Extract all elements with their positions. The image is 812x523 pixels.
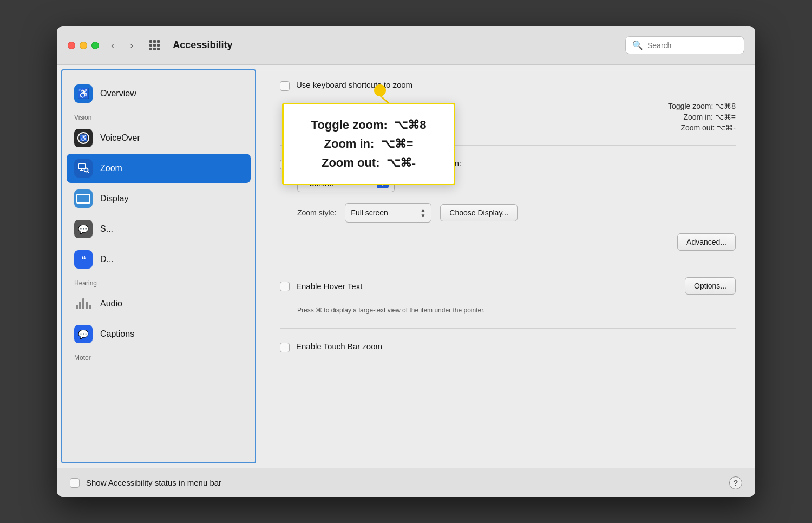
sidebar-item-label: VoiceOver	[100, 133, 140, 143]
speech-icon: 💬	[74, 220, 93, 238]
touch-bar-zoom-checkbox[interactable]	[280, 343, 290, 352]
minimize-button[interactable]	[80, 42, 87, 49]
tooltip-zoom-out: Zoom out: ⌥⌘-	[299, 153, 438, 172]
vision-section-label: Vision	[67, 109, 251, 122]
hover-text-row: Enable Hover Text Options...	[280, 277, 736, 295]
show-accessibility-checkbox[interactable]	[70, 478, 80, 488]
zoom-style-label: Zoom style:	[297, 208, 336, 217]
sidebar: ♿ Overview Vision ♿ VoiceOver	[61, 69, 256, 463]
choose-display-button[interactable]: Choose Display...	[440, 204, 518, 221]
right-panel: Use keyboard shortcuts to zoom Toggle zo…	[260, 65, 755, 468]
touch-bar-zoom-label: Enable Touch Bar zoom	[296, 342, 382, 351]
hearing-section-label: Hearing	[67, 275, 251, 288]
sidebar-item-audio[interactable]: Audio	[67, 289, 251, 318]
hover-text-checkbox[interactable]	[280, 282, 290, 291]
svg-line-4	[88, 172, 89, 173]
grid-menu-button[interactable]	[145, 38, 164, 53]
tooltip-zoom-in: Zoom in: ⌥⌘=	[299, 134, 438, 153]
search-box[interactable]: 🔍	[625, 36, 744, 54]
motor-section-label: Motor	[67, 350, 251, 363]
close-button[interactable]	[68, 42, 75, 49]
overview-icon: ♿	[74, 84, 93, 103]
zoom-tooltip: Toggle zoom: ⌥⌘8 Zoom in: ⌥⌘= Zoom out: …	[282, 103, 455, 185]
options-button[interactable]: Options...	[685, 277, 736, 295]
hover-text-left: Enable Hover Text	[280, 280, 685, 291]
sidebar-item-descriptions[interactable]: ❝ D...	[67, 245, 251, 274]
divider-2	[280, 264, 736, 264]
titlebar: ‹ › Accessibility 🔍	[57, 26, 755, 65]
grid-icon	[149, 40, 160, 50]
help-button[interactable]: ?	[729, 476, 742, 489]
up-down-arrows-icon: ▲ ▼	[420, 207, 425, 219]
voiceover-icon: ♿	[74, 129, 93, 147]
svg-rect-0	[78, 164, 86, 169]
sidebar-item-overview[interactable]: ♿ Overview	[67, 79, 251, 108]
sidebar-item-speech[interactable]: 💬 S...	[67, 214, 251, 244]
hover-text-label: Enable Hover Text	[296, 282, 362, 291]
divider-3	[280, 328, 736, 329]
sidebar-item-label: D...	[100, 254, 114, 264]
search-input[interactable]	[647, 41, 737, 50]
advanced-row: Advanced...	[280, 233, 736, 251]
captions-icon: 💬	[74, 325, 93, 343]
touch-bar-zoom-row: Enable Touch Bar zoom	[280, 342, 736, 352]
keyboard-shortcuts-checkbox[interactable]	[280, 81, 290, 91]
sidebar-item-label: Display	[100, 194, 128, 204]
sidebar-item-voiceover[interactable]: ♿ VoiceOver	[67, 123, 251, 153]
sidebar-item-display[interactable]: Display	[67, 184, 251, 213]
sidebar-item-label: Overview	[100, 89, 136, 99]
audio-icon	[74, 295, 93, 313]
traffic-lights	[68, 42, 99, 49]
display-icon	[74, 189, 93, 208]
sidebar-item-label: Audio	[100, 299, 122, 309]
tooltip-toggle-zoom: Toggle zoom: ⌥⌘8	[299, 115, 438, 134]
zoom-icon	[74, 159, 93, 178]
forward-button[interactable]: ›	[127, 37, 137, 54]
sidebar-item-label: S...	[100, 224, 113, 234]
sidebar-item-label: Captions	[100, 329, 134, 339]
descriptions-icon: ❝	[74, 250, 93, 269]
sidebar-item-zoom[interactable]: Zoom	[67, 154, 251, 183]
keyboard-shortcuts-row: Use keyboard shortcuts to zoom	[280, 80, 736, 91]
advanced-button[interactable]: Advanced...	[677, 233, 736, 251]
show-accessibility-label: Show Accessibility status in menu bar	[86, 478, 723, 487]
sidebar-item-captions[interactable]: 💬 Captions	[67, 319, 251, 349]
bottom-bar: Show Accessibility status in menu bar ?	[57, 468, 755, 497]
sidebar-item-label: Zoom	[100, 164, 122, 173]
zoom-style-value: Full screen	[351, 208, 416, 217]
keyboard-shortcuts-label: Use keyboard shortcuts to zoom	[296, 80, 412, 89]
window-title: Accessibility	[173, 40, 617, 51]
search-icon: 🔍	[632, 40, 643, 50]
zoom-style-select[interactable]: Full screen ▲ ▼	[345, 203, 431, 223]
back-button[interactable]: ‹	[108, 37, 118, 54]
maximize-button[interactable]	[91, 42, 99, 49]
main-content: ♿ Overview Vision ♿ VoiceOver	[57, 65, 755, 468]
zoom-style-row: Zoom style: Full screen ▲ ▼ Choose Displ…	[280, 203, 736, 223]
main-window: ‹ › Accessibility 🔍 ♿ Overview	[57, 26, 755, 497]
hover-text-desc: Press ⌘ to display a large-text view of …	[280, 305, 736, 315]
